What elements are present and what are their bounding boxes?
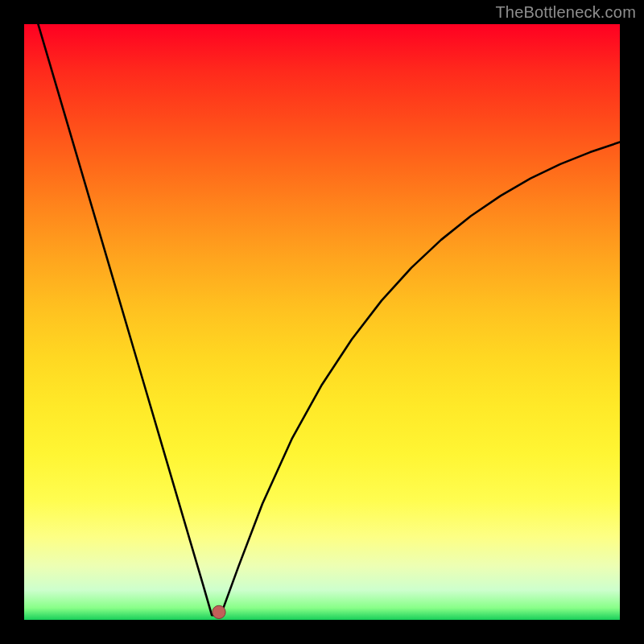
chart-canvas: TheBottleneck.com: [0, 0, 644, 644]
plot-area: [24, 24, 620, 620]
optimum-marker: [213, 605, 225, 618]
bottleneck-curve: [24, 0, 620, 615]
curve-svg: [24, 24, 620, 620]
watermark-text: TheBottleneck.com: [495, 3, 636, 22]
